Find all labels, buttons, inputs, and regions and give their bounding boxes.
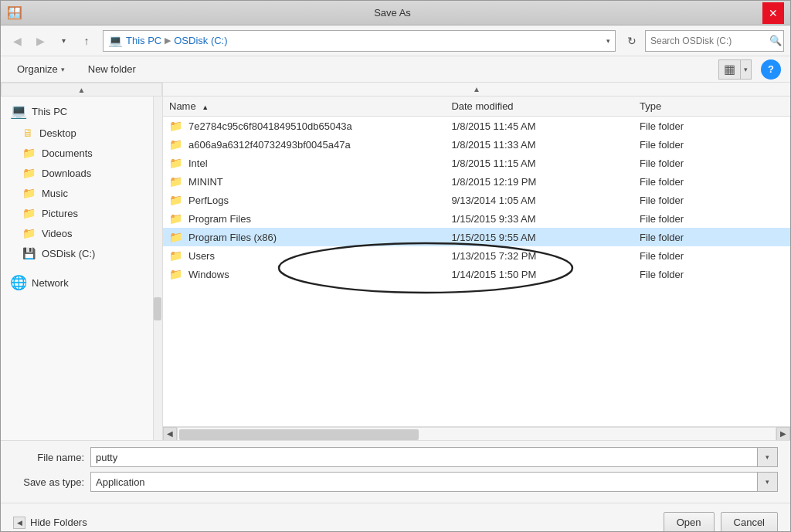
sidebar-item-desktop[interactable]: 🖥 Desktop [1, 123, 162, 143]
col-type[interactable]: Type [633, 97, 790, 117]
filename-dropdown[interactable]: ▾ [757, 448, 777, 466]
filetype-input-wrap: ▾ [90, 472, 778, 492]
file-type: File folder [633, 117, 790, 136]
new-folder-label: New folder [88, 63, 136, 75]
videos-icon: 📁 [22, 227, 36, 239]
organize-button[interactable]: Organize ▾ [10, 59, 72, 79]
sidebar-item-osdisk[interactable]: 💾 OSDisk (C:) [1, 243, 162, 263]
sidebar-section-this-pc[interactable]: 💻 This PC [1, 97, 162, 123]
app-icon: 🪟 [7, 5, 22, 21]
address-dropdown-button[interactable]: ▾ [606, 37, 610, 45]
table-row[interactable]: 📁 Program Files (x86)1/15/2015 9:55 AMFi… [163, 228, 790, 246]
file-date: 1/8/2015 11:45 AM [445, 117, 633, 136]
this-pc-icon: 💻 [10, 103, 27, 120]
sidebar-item-downloads[interactable]: 📁 Downloads [1, 163, 162, 183]
refresh-button[interactable]: ↻ [622, 31, 642, 51]
back-button[interactable]: ◀ [7, 31, 27, 51]
view-dropdown-icon[interactable]: ▾ [740, 60, 751, 79]
filetype-label: Save as type: [13, 476, 90, 488]
music-icon: 📁 [22, 187, 36, 199]
nav-dropdown-button[interactable]: ▾ [53, 31, 73, 51]
sidebar-scrollbar-thumb[interactable] [154, 297, 161, 320]
sidebar-item-music[interactable]: 📁 Music [1, 183, 162, 203]
table-row[interactable]: 📁 Users1/13/2015 7:32 PMFile folder [163, 246, 790, 265]
filename-label: File name: [13, 452, 90, 463]
forward-button[interactable]: ▶ [30, 31, 50, 51]
folder-icon: 📁 [169, 212, 182, 225]
sidebar-scroll-up[interactable]: ▲ [1, 83, 162, 97]
file-name: Windows [188, 269, 229, 280]
help-label: ? [768, 63, 774, 75]
address-osdisk: OSDisk (C:) [174, 35, 227, 46]
table-header-row: Name ▲ Date modified Type [163, 97, 790, 117]
folder-icon: 📁 [169, 157, 182, 169]
file-date: 1/15/2015 9:33 AM [445, 209, 633, 228]
file-name: Program Files (x86) [188, 232, 277, 243]
toolbar: ◀ ▶ ▾ ↑ 💻 This PC ▶ OSDisk (C:) ▾ ↻ 🔍 [1, 25, 790, 56]
table-row[interactable]: 📁 a606a9a6312f40732493bf0045a47a1/8/2015… [163, 135, 790, 154]
filename-input[interactable] [91, 452, 757, 463]
address-sep-1: ▶ [165, 36, 171, 46]
hide-folders-button[interactable]: ◀ Hide Folders [13, 517, 87, 529]
file-type: File folder [633, 135, 790, 154]
table-row[interactable]: 📁 PerfLogs9/13/2014 1:05 AMFile folder [163, 191, 790, 209]
search-icon[interactable]: 🔍 [769, 35, 782, 46]
address-pc-icon: 💻 [108, 34, 123, 48]
organize-label: Organize [17, 63, 58, 75]
sidebar-item-pictures[interactable]: 📁 Pictures [1, 203, 162, 223]
filetype-row: Save as type: ▾ [13, 472, 778, 492]
h-scroll-track[interactable] [177, 427, 776, 441]
table-row[interactable]: 📁 Windows1/14/2015 1:50 PMFile folder [163, 265, 790, 283]
sidebar-section-network[interactable]: 🌐 Network [1, 268, 162, 294]
view-button[interactable]: ▦ ▾ [718, 59, 752, 80]
music-label: Music [42, 188, 68, 199]
main-content: ▲ 💻 This PC 🖥 Desktop 📁 Documents 📁 Down… [1, 83, 790, 440]
file-date: 1/8/2015 12:19 PM [445, 172, 633, 191]
sidebar-item-documents[interactable]: 📁 Documents [1, 143, 162, 163]
file-name: MININT [188, 176, 223, 188]
search-input[interactable] [650, 36, 766, 46]
table-row[interactable]: 📁 MININT1/8/2015 12:19 PMFile folder [163, 172, 790, 191]
sidebar-item-videos[interactable]: 📁 Videos [1, 223, 162, 243]
horizontal-scrollbar[interactable]: ◀ ▶ [163, 426, 790, 440]
file-rows: 📁 7e2784c95c6f8041849510db65043a1/8/2015… [163, 117, 790, 284]
close-button[interactable]: ✕ [762, 2, 784, 24]
help-button[interactable]: ? [761, 59, 781, 80]
h-scroll-thumb[interactable] [179, 429, 419, 440]
open-button[interactable]: Open [664, 512, 715, 533]
list-scroll-up[interactable]: ▲ [163, 83, 790, 97]
sidebar-scrollbar-track[interactable] [153, 83, 162, 440]
folder-icon: 📁 [169, 120, 182, 132]
desktop-icon: 🖥 [22, 127, 33, 139]
search-box: 🔍 [645, 30, 784, 52]
file-name: a606a9a6312f40732493bf0045a47a [188, 139, 351, 151]
cancel-button[interactable]: Cancel [721, 512, 778, 533]
network-icon: 🌐 [10, 274, 27, 291]
h-scroll-left-button[interactable]: ◀ [163, 427, 177, 441]
file-date: 9/13/2014 1:05 AM [445, 191, 633, 209]
file-list: Name ▲ Date modified Type 📁 7e2784c95c6f… [163, 97, 790, 426]
new-folder-button[interactable]: New folder [81, 59, 143, 79]
action-buttons: Open Cancel [664, 512, 778, 533]
window-title: Save As [22, 7, 762, 19]
table-row[interactable]: 📁 Intel1/8/2015 11:15 AMFile folder [163, 154, 790, 172]
table-row[interactable]: 📁 Program Files1/15/2015 9:33 AMFile fol… [163, 209, 790, 228]
col-date[interactable]: Date modified [445, 97, 633, 117]
folder-icon: 📁 [169, 175, 182, 188]
pictures-label: Pictures [42, 208, 78, 219]
folder-icon: 📁 [169, 138, 182, 151]
bottom-controls: File name: ▾ Save as type: ▾ [1, 440, 790, 503]
filename-input-wrap: ▾ [90, 447, 778, 467]
table-row[interactable]: 📁 7e2784c95c6f8041849510db65043a1/8/2015… [163, 117, 790, 136]
col-name[interactable]: Name ▲ [163, 97, 445, 117]
address-bar[interactable]: 💻 This PC ▶ OSDisk (C:) ▾ [103, 30, 616, 52]
h-scroll-right-button[interactable]: ▶ [776, 427, 790, 441]
hide-folders-label: Hide Folders [30, 517, 87, 528]
file-type: File folder [633, 191, 790, 209]
sidebar: ▲ 💻 This PC 🖥 Desktop 📁 Documents 📁 Down… [1, 83, 163, 440]
filename-row: File name: ▾ [13, 447, 778, 467]
up-button[interactable]: ↑ [76, 31, 97, 51]
file-date: 1/15/2015 9:55 AM [445, 228, 633, 246]
filetype-input[interactable] [91, 476, 757, 488]
filetype-dropdown[interactable]: ▾ [757, 473, 777, 491]
